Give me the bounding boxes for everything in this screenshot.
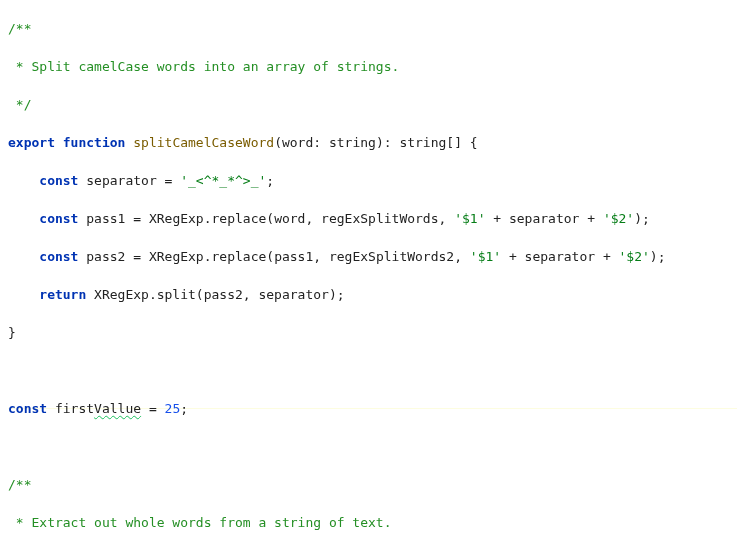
string-literal: '$1': [470, 249, 501, 264]
param-name: word: [282, 135, 313, 150]
code-line: export function splitCamelCaseWord(word:…: [8, 133, 737, 152]
type-string: string: [329, 135, 376, 150]
op-plus: + separator +: [501, 249, 618, 264]
semicolon: ;: [180, 401, 188, 416]
highlighted-line: const firstVallue = 25;: [8, 399, 737, 418]
function-name: splitCamelCaseWord: [133, 135, 274, 150]
keyword-export: export: [8, 135, 55, 150]
typo-word: Vallue: [94, 401, 141, 416]
code-line: * Extract out whole words from a string …: [8, 513, 737, 532]
number-literal: 25: [165, 401, 181, 416]
comment-text: * Split camelCase words into an array of…: [8, 59, 399, 74]
string-literal: '$2': [619, 249, 650, 264]
keyword-const: const: [8, 401, 47, 416]
sig-close: ):: [376, 135, 399, 150]
keyword-const: const: [39, 249, 78, 264]
arg: regExSplitWords,: [321, 211, 454, 226]
string-literal: '_<^*_*^>_': [180, 173, 266, 188]
arg: pass1,: [274, 249, 329, 264]
return-type: string[]: [399, 135, 462, 150]
string-literal: '$2': [603, 211, 634, 226]
identifier: pass1 =: [78, 211, 148, 226]
code-line: const pass1 = XRegExp.replace(word, regE…: [8, 209, 737, 228]
blank-line: [8, 437, 737, 456]
keyword-const: const: [39, 173, 78, 188]
brace-open: {: [462, 135, 478, 150]
colon: :: [313, 135, 329, 150]
identifier: first: [47, 401, 94, 416]
keyword-const: const: [39, 211, 78, 226]
string-literal: '$1': [454, 211, 485, 226]
arg: regExSplitWords2,: [329, 249, 470, 264]
expr: XRegExp.split(pass2, separator);: [86, 287, 344, 302]
call: XRegExp.replace(: [149, 249, 274, 264]
code-line: const separator = '_<^*_*^>_';: [8, 171, 737, 190]
comment-text: /**: [8, 21, 31, 36]
comment-text: * Extract out whole words from a string …: [8, 515, 392, 530]
op-eq: =: [141, 401, 164, 416]
code-line: const pass2 = XRegExp.replace(pass1, reg…: [8, 247, 737, 266]
code-line: }: [8, 323, 737, 342]
call: XRegExp.replace(: [149, 211, 274, 226]
code-line: /**: [8, 475, 737, 494]
code-line: /**: [8, 19, 737, 38]
arg: word,: [274, 211, 321, 226]
identifier: separator =: [78, 173, 180, 188]
identifier: pass2 =: [78, 249, 148, 264]
blank-line: [8, 361, 737, 380]
paren-open: (: [274, 135, 282, 150]
close: );: [650, 249, 666, 264]
brace-close: }: [8, 325, 16, 340]
keyword-function: function: [63, 135, 126, 150]
code-line: */: [8, 95, 737, 114]
comment-text: */: [8, 97, 31, 112]
close: );: [634, 211, 650, 226]
code-editor[interactable]: /** * Split camelCase words into an arra…: [0, 0, 745, 539]
semicolon: ;: [266, 173, 274, 188]
keyword-return: return: [39, 287, 86, 302]
op-plus: + separator +: [485, 211, 602, 226]
code-line: return XRegExp.split(pass2, separator);: [8, 285, 737, 304]
comment-text: /**: [8, 477, 31, 492]
code-line: * Split camelCase words into an array of…: [8, 57, 737, 76]
